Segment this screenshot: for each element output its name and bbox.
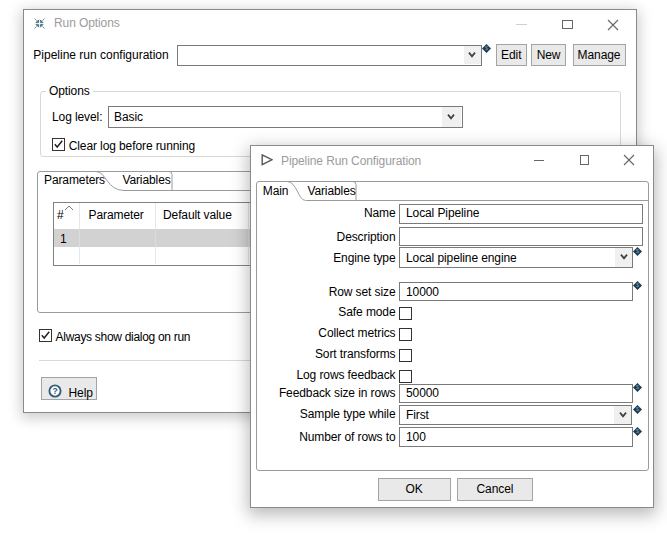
svg-text:$: $ [636,428,639,434]
svg-text:?: ? [52,386,57,396]
svg-text:$: $ [636,384,639,390]
svg-text:$: $ [636,406,639,412]
svg-text:$: $ [636,248,639,254]
svg-text:$: $ [485,46,488,52]
svg-text:$: $ [636,282,639,288]
